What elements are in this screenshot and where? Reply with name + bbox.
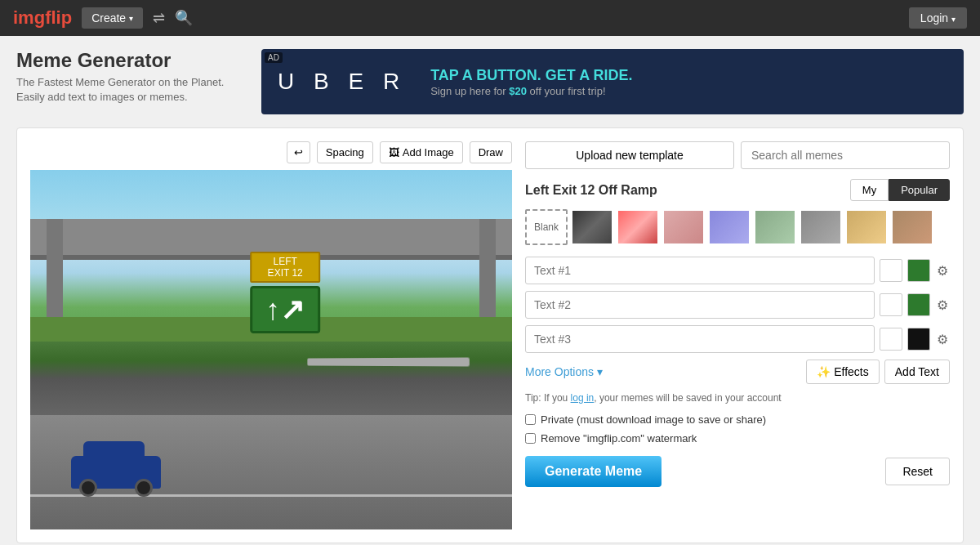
road-line <box>30 494 512 497</box>
thumb-7[interactable] <box>845 209 888 245</box>
effects-label: Effects <box>834 365 869 378</box>
spacing-button[interactable]: Spacing <box>317 141 373 163</box>
generator-container: ↩ Spacing 🖼 Add Image Draw <box>16 127 964 543</box>
action-buttons: ✨ Effects Add Text <box>806 360 950 384</box>
template-title: Left Exit 12 Off Ramp <box>525 183 657 198</box>
bottom-buttons: Generate Meme Reset <box>525 456 950 487</box>
text1-row: ⚙ <box>525 257 950 284</box>
more-options-button[interactable]: More Options ▾ <box>525 365 603 378</box>
draw-label: Draw <box>479 146 503 159</box>
ad-subtext: Sign up here for $20 off your first trip… <box>430 85 632 97</box>
add-image-label: Add Image <box>403 146 454 159</box>
ad-headline: TAP A BUTTON. GET A RIDE. <box>430 66 632 85</box>
watermark-checkbox-row: Remove "imgflip.com" watermark <box>525 432 950 444</box>
spacing-label: Spacing <box>326 146 364 159</box>
search-input[interactable] <box>741 141 950 169</box>
add-text-button[interactable]: Add Text <box>884 360 950 384</box>
ad-banner: AD U B E R TAP A BUTTON. GET A RIDE. Sig… <box>261 49 964 114</box>
car <box>71 456 161 489</box>
chevron-down-icon: ▾ <box>597 365 603 378</box>
text3-input[interactable] <box>525 325 875 353</box>
thumb-2[interactable] <box>617 209 659 245</box>
generator-layout: ↩ Spacing 🖼 Add Image Draw <box>30 141 950 529</box>
undo-button[interactable]: ↩ <box>287 141 310 163</box>
watermark-label[interactable]: Remove "imgflip.com" watermark <box>541 432 697 444</box>
private-checkbox[interactable] <box>525 414 536 425</box>
sign-green: ↑↗ <box>250 286 320 333</box>
template-title-row: Left Exit 12 Off Ramp My Popular <box>525 179 950 201</box>
image-icon: 🖼 <box>389 146 399 159</box>
wheel-right <box>135 479 153 497</box>
add-image-button[interactable]: 🖼 Add Image <box>380 141 463 163</box>
text1-input[interactable] <box>525 257 875 284</box>
reset-button[interactable]: Reset <box>885 458 950 485</box>
text3-color-swatch-white[interactable] <box>880 328 902 351</box>
sparkle-icon: ✨ <box>817 365 831 378</box>
text3-row: ⚙ <box>525 325 950 353</box>
page-title: Meme Generator <box>16 49 245 72</box>
thumb-1[interactable] <box>571 209 613 245</box>
header: imgflip Create ▾ ⇌ 🔍 Login ▾ <box>0 0 980 36</box>
blank-label: Blank <box>534 221 559 233</box>
search-icon[interactable]: 🔍 <box>175 9 193 27</box>
car-roof <box>83 441 145 459</box>
page-meta: Meme Generator The Fastest Meme Generato… <box>16 49 245 105</box>
tab-popular[interactable]: Popular <box>889 179 950 201</box>
thumb-3[interactable] <box>662 209 705 245</box>
page-subtitle: The Fastest Meme Generator on the Planet… <box>16 75 245 105</box>
meme-top-half: LEFTEXIT 12 ↑↗ <box>30 170 512 342</box>
text2-color-swatch-white[interactable] <box>880 293 902 316</box>
text1-settings-button[interactable]: ⚙ <box>935 261 950 280</box>
login-chevron-icon: ▾ <box>951 15 956 24</box>
watermark-checkbox[interactable] <box>525 433 536 444</box>
create-label: Create <box>91 11 126 25</box>
generate-meme-button[interactable]: Generate Meme <box>525 456 662 487</box>
options-row: More Options ▾ ✨ Effects Add Text <box>525 360 950 384</box>
thumb-4[interactable] <box>708 209 751 245</box>
text3-color-swatch-black[interactable] <box>907 328 930 351</box>
text2-color-swatch-green[interactable] <box>907 293 930 316</box>
login-button[interactable]: Login ▾ <box>909 7 967 29</box>
tip-post: , your memes will be saved in your accou… <box>594 392 781 404</box>
left-panel: ↩ Spacing 🖼 Add Image Draw <box>30 141 512 529</box>
text1-color-swatch-white[interactable] <box>880 259 902 282</box>
text2-input[interactable] <box>525 291 875 319</box>
effects-button[interactable]: ✨ Effects <box>806 360 880 384</box>
tip-text: Tip: If you log in, your memes will be s… <box>525 392 950 404</box>
ad-section: Meme Generator The Fastest Meme Generato… <box>16 49 964 114</box>
uber-logo: U B E R <box>278 69 406 95</box>
thumb-8[interactable] <box>891 209 933 245</box>
upload-template-button[interactable]: Upload new template <box>525 141 734 169</box>
page-content: Meme Generator The Fastest Meme Generato… <box>0 36 980 545</box>
ad-subtext-pre: Sign up here for <box>430 85 509 97</box>
right-top: Upload new template <box>525 141 950 169</box>
thumb-5[interactable] <box>754 209 796 245</box>
meme-bottom-half <box>30 342 512 529</box>
ad-copy: TAP A BUTTON. GET A RIDE. Sign up here f… <box>430 66 632 97</box>
logo[interactable]: imgflip <box>13 7 72 29</box>
logo-img-prefix: img <box>13 7 45 28</box>
tip-pre: Tip: If you <box>525 392 571 404</box>
thumb-blank[interactable]: Blank <box>525 209 568 245</box>
draw-button[interactable]: Draw <box>470 141 512 163</box>
text3-settings-button[interactable]: ⚙ <box>935 330 950 349</box>
sign-container: LEFTEXIT 12 ↑↗ <box>250 252 320 333</box>
tab-my[interactable]: My <box>850 179 889 201</box>
private-label[interactable]: Private (must download image to save or … <box>541 413 766 426</box>
thumb-6[interactable] <box>800 209 842 245</box>
text1-color-swatch-green[interactable] <box>907 259 930 282</box>
header-left: imgflip Create ▾ ⇌ 🔍 <box>13 7 193 29</box>
logo-text: imgflip <box>13 7 72 29</box>
wheel-left <box>79 479 97 497</box>
text2-settings-button[interactable]: ⚙ <box>935 296 950 315</box>
tab-group: My Popular <box>850 179 950 201</box>
ad-label: AD <box>265 52 283 63</box>
toolbar: ↩ Spacing 🖼 Add Image Draw <box>30 141 512 163</box>
meme-image: LEFTEXIT 12 ↑↗ <box>30 170 512 529</box>
login-link[interactable]: log in <box>571 392 595 404</box>
text2-row: ⚙ <box>525 291 950 319</box>
shuffle-icon[interactable]: ⇌ <box>153 9 165 27</box>
sign-yellow: LEFTEXIT 12 <box>250 252 320 283</box>
create-button[interactable]: Create ▾ <box>82 7 143 29</box>
ad-subtext-post: off your first trip! <box>527 85 606 97</box>
